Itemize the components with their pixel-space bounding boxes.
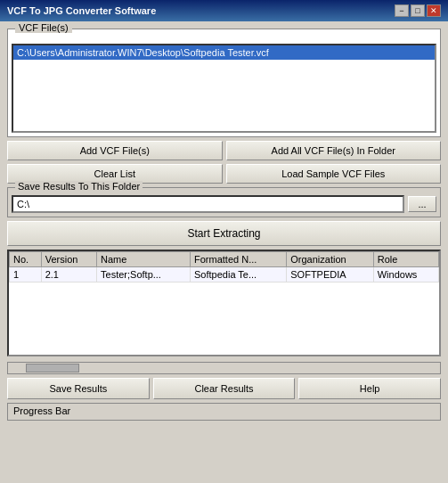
title-bar-text: VCF To JPG Converter Software <box>7 5 156 16</box>
horizontal-scrollbar[interactable] <box>7 362 441 374</box>
vcf-group: VCF File(s) C:\Users\Administrator.WIN7\… <box>7 29 441 137</box>
add-buttons-row: Add VCF File(s) Add All VCF File(s) In F… <box>7 141 441 160</box>
vcf-file-list[interactable]: C:\Users\Administrator.WIN7\Desktop\Soft… <box>12 44 436 133</box>
table-header: No.VersionNameFormatted N...Organization… <box>10 252 439 267</box>
table-column-header: Role <box>373 252 438 267</box>
minimize-button[interactable]: − <box>395 4 409 17</box>
table-row: 12.1Tester;Softp...Softpedia Te...SOFTPE… <box>10 267 439 282</box>
table-column-header: No. <box>10 252 42 267</box>
vcf-list-item[interactable]: C:\Users\Administrator.WIN7\Desktop\Soft… <box>13 45 435 60</box>
save-results-button[interactable]: Save Results <box>7 378 150 399</box>
close-button[interactable]: ✕ <box>427 4 441 17</box>
vcf-group-label: VCF File(s) <box>15 22 72 33</box>
title-bar: VCF To JPG Converter Software − □ ✕ <box>0 0 448 21</box>
table-column-header: Formatted N... <box>191 252 287 267</box>
table-cell: Windows <box>373 267 438 282</box>
table-cell: 2.1 <box>41 267 96 282</box>
results-table-container[interactable]: No.VersionNameFormatted N...Organization… <box>7 250 441 356</box>
table-body: 12.1Tester;Softp...Softpedia Te...SOFTPE… <box>10 267 439 282</box>
add-all-vcf-button[interactable]: Add All VCF File(s) In Folder <box>226 141 442 160</box>
main-window: VCF File(s) C:\Users\Administrator.WIN7\… <box>0 21 448 483</box>
table-cell: Tester;Softp... <box>97 267 191 282</box>
table-column-header: Organization <box>287 252 373 267</box>
table-cell: SOFTPEDIA <box>287 267 373 282</box>
table-cell: 1 <box>10 267 42 282</box>
bottom-buttons-row: Save Results Clear Results Help <box>7 378 441 399</box>
folder-group: Save Results To This Folder ... <box>7 187 441 217</box>
folder-group-label: Save Results To This Folder <box>15 181 143 192</box>
table-cell: Softpedia Te... <box>191 267 287 282</box>
table-column-header: Name <box>97 252 191 267</box>
start-extracting-button[interactable]: Start Extracting <box>7 221 441 246</box>
clear-results-button[interactable]: Clear Results <box>153 378 296 399</box>
browse-button[interactable]: ... <box>408 196 436 212</box>
load-sample-button[interactable]: Load Sample VCF Files <box>226 164 442 184</box>
maximize-button[interactable]: □ <box>411 4 425 17</box>
title-bar-buttons: − □ ✕ <box>395 4 441 17</box>
help-button[interactable]: Help <box>298 378 441 399</box>
progress-bar-label: Progress Bar <box>13 405 70 416</box>
add-vcf-button[interactable]: Add VCF File(s) <box>7 141 223 160</box>
results-table: No.VersionNameFormatted N...Organization… <box>9 251 439 282</box>
scrollbar-thumb[interactable] <box>26 364 79 372</box>
table-column-header: Version <box>41 252 96 267</box>
folder-path-input[interactable] <box>12 195 404 213</box>
progress-bar-area: Progress Bar <box>7 403 441 421</box>
